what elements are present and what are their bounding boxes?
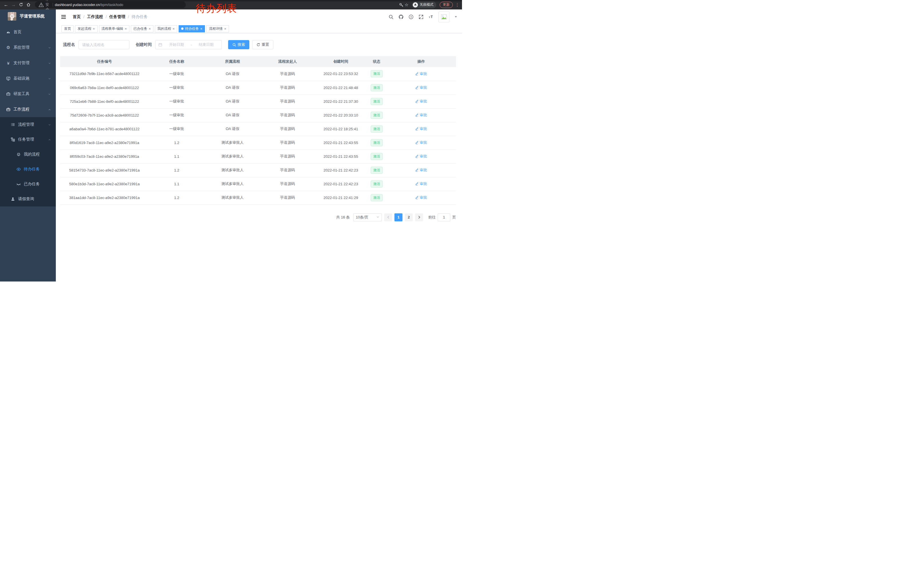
tab-label: 我的流程 [158,26,171,31]
browser-menu-icon[interactable]: ⋮ [455,2,459,8]
approve-label: 审批 [420,71,427,77]
cell-status: 激活 [367,67,386,81]
page-button-2[interactable]: 2 [405,213,413,221]
sidebar-item-9[interactable]: 待办任务 [0,162,56,177]
approve-link[interactable]: 审批 [415,85,427,90]
approve-link[interactable]: 审批 [415,126,427,131]
approve-link[interactable]: 审批 [415,154,427,159]
back-icon[interactable]: ← [3,2,9,8]
cell-process: 测试多审批人 [205,163,261,177]
user-avatar[interactable] [438,12,449,23]
tab-6[interactable]: 流程详情× [206,25,229,32]
cell-process: OA 请假 [205,81,261,95]
prev-page-button[interactable] [384,213,392,221]
sidebar-item-5[interactable]: 工作流程 [0,102,56,117]
chevron-up-icon [48,138,51,141]
home-icon[interactable] [25,2,32,8]
table-row: 381aa1dd-7ac8-11ec-a9e2-a2380e71991a1.2测… [60,191,456,204]
close-icon[interactable]: × [148,27,151,31]
cell-action: 审批 [386,150,456,163]
tab-0[interactable]: 首页 [62,25,74,32]
approve-link[interactable]: 审批 [415,99,427,104]
page-size-select[interactable]: 10条/页 [353,213,382,221]
close-icon[interactable]: × [172,27,175,31]
password-key-icon[interactable] [399,3,404,7]
goto-page-input[interactable] [438,213,450,221]
navbar: 首页/工作流程/任务管理/待办任务 ? TT [56,9,462,24]
date-range-picker[interactable]: 开始日期 - 结束日期 [155,40,222,49]
status-badge: 激活 [371,98,383,105]
close-icon[interactable]: × [93,27,95,31]
cell-id: a6aba0a4-7b6d-11ec-b781-acde48001122 [60,122,149,136]
briefcase-icon [6,92,11,96]
approve-link[interactable]: 审批 [415,140,427,145]
update-button[interactable]: 更新 [440,2,453,8]
close-icon[interactable]: × [125,27,127,31]
approve-link[interactable]: 审批 [415,195,427,200]
tab-5[interactable]: 待办任务× [178,25,205,32]
reload-icon[interactable] [18,2,24,8]
sidebar-item-0[interactable]: 首页 [0,24,56,40]
sidebar-item-1[interactable]: ⚙系统管理 [0,40,56,55]
status-badge: 激活 [371,194,383,201]
tab-1[interactable]: 发起流程× [75,25,98,32]
sidebar-item-3[interactable]: 基础设施 [0,71,56,86]
table-row: 73211d9d-7b9b-11ec-b5b7-acde48001122一级审批… [60,67,456,81]
table-row: a6aba0a4-7b6d-11ec-b781-acde48001122一级审批… [60,122,456,136]
breadcrumb-item[interactable]: 首页 [73,14,81,20]
approve-link[interactable]: 审批 [415,181,427,186]
eye-icon [16,167,21,172]
sidebar-item-2[interactable]: ¥支付管理 [0,55,56,71]
pencil-icon [415,155,418,158]
process-name-input[interactable] [78,40,129,49]
search-icon [232,43,236,47]
tab-3[interactable]: 已办任务× [131,25,153,32]
column-header: 状态 [367,56,386,67]
close-icon[interactable]: × [200,27,202,31]
close-icon[interactable]: × [224,27,226,31]
sidebar-item-11[interactable]: 请假查询 [0,192,56,206]
cell-action: 审批 [386,177,456,191]
github-icon[interactable] [399,14,404,20]
sidebar-item-6[interactable]: 流程管理 [0,117,56,132]
sidebar-item-10[interactable]: 已办任务 [0,177,56,192]
pencil-icon [415,72,418,76]
forward-icon[interactable]: → [10,2,16,8]
help-icon[interactable]: ? [408,14,414,20]
cell-status: 激活 [367,136,386,150]
sidebar-item-8[interactable]: 我的流程 [0,147,56,162]
sidebar-item-7[interactable]: 任务管理 [0,132,56,147]
sidebar-item-label: 研发工具 [14,92,30,96]
cell-process: OA 请假 [205,67,261,81]
tab-4[interactable]: 我的流程× [155,25,177,32]
font-size-icon[interactable]: TT [429,14,434,20]
status-badge: 激活 [371,153,383,160]
approve-link[interactable]: 审批 [415,71,427,77]
incognito-badge[interactable]: 无痕模式 [412,2,436,8]
cell-process: OA 请假 [205,108,261,122]
url-bar[interactable]: 不安全 dashboard.yudao.iocoder.cn/bpm/task/… [35,2,186,8]
chevron-down-icon[interactable] [454,14,458,20]
cell-process: 测试多审批人 [205,191,261,204]
tab-2[interactable]: 流程表单-编辑× [99,25,130,32]
search-icon[interactable] [388,14,394,20]
sidebar-item-label: 支付管理 [14,60,30,66]
reset-button[interactable]: 重置 [252,40,273,49]
cell-starter: 芋道源码 [261,122,315,136]
cell-status: 激活 [367,191,386,204]
search-button[interactable]: 搜索 [228,40,249,49]
approve-link[interactable]: 审批 [415,168,427,173]
breadcrumb-item[interactable]: 任务管理 [110,14,125,20]
cell-process: 测试多审批人 [205,177,261,191]
fullscreen-icon[interactable] [418,14,424,20]
column-header: 流程发起人 [261,56,315,67]
chevron-down-icon [376,215,379,219]
hamburger-icon[interactable] [61,14,66,20]
bookmark-star-icon[interactable]: ☆ [405,2,408,8]
approve-link[interactable]: 审批 [415,113,427,118]
breadcrumb-item[interactable]: 工作流程 [87,14,103,20]
next-page-button[interactable] [415,213,423,221]
sidebar-item-4[interactable]: 研发工具 [0,86,56,102]
sidebar: 芋道管理系统 首页⚙系统管理¥支付管理基础设施研发工具工作流程流程管理任务管理我… [0,9,56,281]
page-button-1[interactable]: 1 [394,213,402,221]
